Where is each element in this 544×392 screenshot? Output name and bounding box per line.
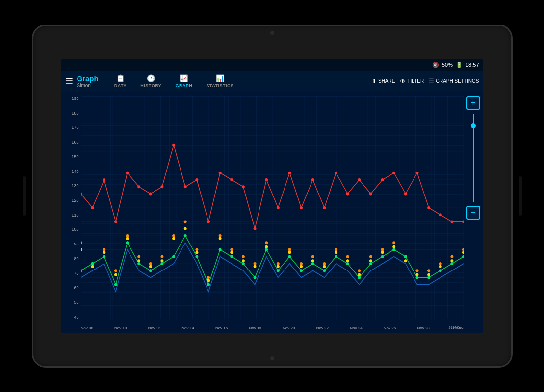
y-label-170: 170 xyxy=(71,125,78,130)
y-label-110: 110 xyxy=(71,213,78,218)
chart-canvas xyxy=(81,96,464,319)
graph-settings-button[interactable]: ☰ GRAPH SETTINGS xyxy=(429,78,479,85)
y-label-60: 60 xyxy=(74,285,78,290)
graph-settings-icon: ☰ xyxy=(429,78,434,85)
status-bar: 🔇 50% 🔋 18:57 xyxy=(61,59,483,71)
zoom-controls: + − xyxy=(466,96,481,220)
x-label-nov12: Nov 12 xyxy=(148,326,160,330)
y-label-180: 180 xyxy=(71,111,78,116)
app-title-group: Graph Simon xyxy=(77,74,99,88)
time-display: 18:57 xyxy=(466,62,479,68)
tablet-device: 🔇 50% 🔋 18:57 ☰ Graph Simon 📋 DATA 🕐 HIS… xyxy=(32,24,513,368)
share-button[interactable]: ⬆ SHARE xyxy=(372,78,395,85)
y-label-150: 150 xyxy=(71,154,78,159)
right-speaker xyxy=(519,176,522,216)
tab-statistics[interactable]: 📊 STATISTICS xyxy=(200,73,239,90)
share-icon: ⬆ xyxy=(372,78,377,85)
y-label-80: 80 xyxy=(74,256,78,261)
history-tab-label: HISTORY xyxy=(140,83,161,88)
y-label-100: 100 xyxy=(71,227,78,232)
filter-icon: 👁 xyxy=(400,78,406,85)
y-label-140: 140 xyxy=(71,169,78,174)
date-annotation: |2014 Dec xyxy=(448,326,464,329)
statistics-tab-icon: 📊 xyxy=(216,74,224,82)
x-label-nov20: Nov 20 xyxy=(283,326,295,330)
x-axis: Nov 08 Nov 10 Nov 12 Nov 14 Nov 16 Nov 1… xyxy=(81,326,464,330)
toolbar-actions: ⬆ SHARE 👁 FILTER ☰ GRAPH SETTINGS xyxy=(372,78,479,85)
x-label-nov10: Nov 10 xyxy=(114,326,127,330)
zoom-out-icon: − xyxy=(471,208,475,217)
y-axis: 190 180 170 160 150 140 130 120 110 100 … xyxy=(61,92,81,333)
share-label: SHARE xyxy=(378,78,395,84)
chart-wrapper: Nov 08 Nov 10 Nov 12 Nov 14 Nov 16 Nov 1… xyxy=(81,96,464,319)
graph-tab-icon: 📈 xyxy=(180,74,188,82)
tab-graph[interactable]: 📈 GRAPH xyxy=(169,73,198,90)
left-speaker xyxy=(23,176,26,216)
x-axis-line xyxy=(81,319,464,319)
app-subtitle: Simon xyxy=(77,83,99,88)
x-label-nov16: Nov 16 xyxy=(215,326,228,330)
x-label-nov22: Nov 22 xyxy=(316,326,329,330)
x-label-nov08: Nov 08 xyxy=(81,326,93,330)
y-label-120: 120 xyxy=(71,198,78,203)
x-label-nov24: Nov 24 xyxy=(350,326,362,330)
signal-icon: 🔇 xyxy=(432,62,439,68)
x-label-nov14: Nov 14 xyxy=(181,326,194,330)
zoom-in-button[interactable]: + xyxy=(466,96,480,110)
y-axis-line xyxy=(81,96,81,319)
battery-icon: 🔋 xyxy=(456,62,463,68)
y-label-190: 190 xyxy=(71,96,78,101)
menu-icon[interactable]: ☰ xyxy=(65,76,73,87)
data-tab-icon: 📋 xyxy=(116,74,125,82)
y-label-70: 70 xyxy=(74,271,78,276)
y-label-40: 40 xyxy=(74,315,78,319)
graph-area: 190 180 170 160 150 140 130 120 110 100 … xyxy=(61,92,483,333)
y-label-130: 130 xyxy=(71,183,78,188)
y-label-50: 50 xyxy=(74,300,78,305)
battery-level: 50% xyxy=(442,62,453,68)
x-label-nov26: Nov 26 xyxy=(384,326,396,330)
graph-settings-label: GRAPH SETTINGS xyxy=(436,78,479,84)
data-tab-label: DATA xyxy=(114,83,127,88)
tab-data[interactable]: 📋 DATA xyxy=(108,73,133,90)
graph-tab-label: GRAPH xyxy=(175,83,192,88)
filter-label: FILTER xyxy=(407,78,424,84)
zoom-out-button[interactable]: − xyxy=(466,206,480,220)
filter-button[interactable]: 👁 FILTER xyxy=(400,78,424,85)
y-label-160: 160 xyxy=(71,140,78,145)
zoom-in-icon: + xyxy=(471,98,475,107)
zoom-slider-track[interactable] xyxy=(473,114,474,202)
y-label-90: 90 xyxy=(74,242,78,246)
toolbar: ☰ Graph Simon 📋 DATA 🕐 HISTORY 📈 GRAPH xyxy=(61,71,483,92)
screen: 🔇 50% 🔋 18:57 ☰ Graph Simon 📋 DATA 🕐 HIS… xyxy=(61,59,483,333)
tab-history[interactable]: 🕐 HISTORY xyxy=(134,73,167,90)
x-label-nov28: Nov 28 xyxy=(417,326,429,330)
app-name: Graph xyxy=(77,74,99,83)
tab-bar: 📋 DATA 🕐 HISTORY 📈 GRAPH 📊 STATISTICS xyxy=(108,73,372,90)
x-label-nov18: Nov 18 xyxy=(249,326,261,330)
history-tab-icon: 🕐 xyxy=(147,74,155,82)
zoom-slider-thumb[interactable] xyxy=(471,123,476,128)
statistics-tab-label: STATISTICS xyxy=(206,83,233,88)
